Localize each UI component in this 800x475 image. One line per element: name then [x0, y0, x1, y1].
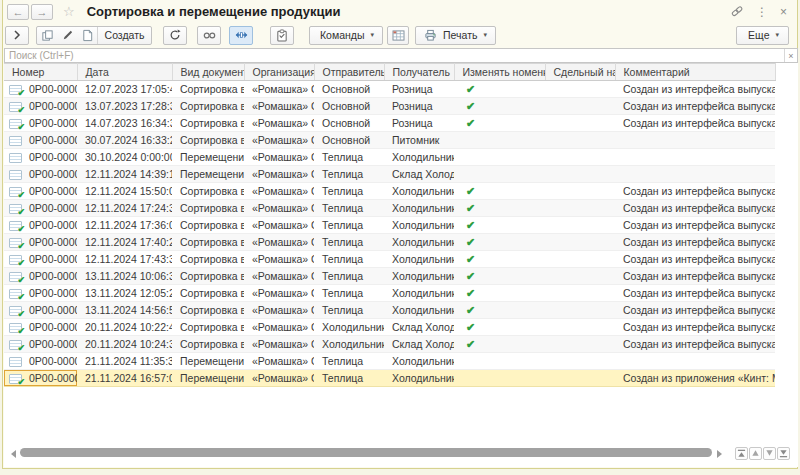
chevron-down-icon: ▾: [483, 31, 487, 39]
toolbar: Создать Команды ▾ Печать ▾ Еще ▾: [3, 24, 797, 46]
document-state-icon: [9, 272, 22, 282]
table-row[interactable]: 0P00-000004 12.11.2024 14:39:13 Перемеще…: [4, 166, 775, 183]
change-nomenclature-check: ✔: [454, 251, 545, 268]
commands-label: Команды: [318, 29, 367, 41]
table-row[interactable]: 0P00-000015 21.11.2024 11:35:30 Перемеще…: [4, 353, 775, 370]
commands-button[interactable]: Команды ▾: [309, 26, 383, 45]
column-header-sender[interactable]: Отправитель: [314, 64, 384, 81]
document-state-icon: [9, 357, 22, 367]
column-header-piecework[interactable]: Сдельный наряд: [545, 64, 615, 81]
change-nomenclature-check: ✔: [454, 302, 545, 319]
column-header-comment[interactable]: Комментарий: [615, 64, 775, 81]
set-period-toggle-button[interactable]: [229, 26, 253, 45]
table-row[interactable]: 0P00-000006 12.11.2024 17:24:36 Сортиров…: [4, 200, 775, 217]
table-header-row: Номер Дата Вид документа Организация Отп…: [4, 64, 775, 81]
column-header-doc-type[interactable]: Вид документа: [172, 64, 244, 81]
document-state-icon: [9, 289, 22, 299]
forward-button[interactable]: →: [31, 4, 53, 20]
change-nomenclature-check: [454, 132, 545, 149]
table-row[interactable]: 0P00-000003 12.07.2023 17:05:45 Сортиров…: [4, 81, 775, 98]
change-nomenclature-check: ✔: [454, 183, 545, 200]
list-navigation: [735, 447, 790, 460]
table-row[interactable]: 0P00-000003 30.10.2024 0:00:00 Перемещен…: [4, 149, 775, 166]
link-icon[interactable]: [730, 5, 744, 19]
favorite-star-icon[interactable]: ☆: [63, 4, 75, 19]
document-state-icon: [9, 323, 22, 333]
copy-button[interactable]: [37, 27, 57, 44]
change-nomenclature-check: ✔: [454, 234, 545, 251]
post-document-button[interactable]: [270, 26, 294, 45]
column-header-date[interactable]: Дата: [77, 64, 172, 81]
document-state-icon: [9, 306, 22, 316]
title-bar: ← → ☆ Сортировка и перемещение продукции…: [3, 0, 797, 23]
create-button[interactable]: Создать: [97, 27, 151, 44]
document-table-body: 0P00-000003 12.07.2023 17:05:45 Сортиров…: [4, 81, 775, 387]
change-nomenclature-check: ✔: [454, 81, 545, 98]
go-last-button[interactable]: [777, 447, 790, 460]
chevron-down-icon: ▾: [371, 31, 375, 39]
table-row[interactable]: 0P00-000001 30.07.2024 16:33:25 Сортиров…: [4, 132, 775, 149]
table-row[interactable]: 0P00-000008 12.11.2024 17:40:23 Сортиров…: [4, 234, 775, 251]
go-first-button[interactable]: [735, 447, 748, 460]
edit-button[interactable]: [57, 27, 77, 44]
table-row[interactable]: 0P00-000005 14.07.2023 16:34:34 Сортиров…: [4, 115, 775, 132]
document-list-area: Номер Дата Вид документа Организация Отп…: [4, 63, 798, 467]
table-row[interactable]: 0P00-000009 12.11.2024 17:43:37 Сортиров…: [4, 251, 775, 268]
column-header-change-nomenclature[interactable]: Изменять номенклатуру: [454, 64, 545, 81]
print-label: Печать: [441, 29, 479, 41]
search-bar: ×: [4, 48, 798, 63]
change-nomenclature-check: ✔: [454, 115, 545, 132]
copy-link-button[interactable]: [197, 26, 221, 45]
table-row[interactable]: 0P00-000010 13.11.2024 10:06:35 Сортиров…: [4, 268, 775, 285]
table-row[interactable]: 0P00-000012 13.11.2024 14:56:55 Сортиров…: [4, 302, 775, 319]
output-list-button[interactable]: [387, 26, 409, 45]
column-header-receiver[interactable]: Получатель: [384, 64, 454, 81]
change-nomenclature-check: [454, 353, 545, 370]
table-row[interactable]: 0P00-000007 12.11.2024 17:36:01 Сортиров…: [4, 217, 775, 234]
table-row[interactable]: 0P00-000013 20.11.2024 10:22:49 Сортиров…: [4, 319, 775, 336]
document-state-icon: [9, 187, 22, 197]
change-nomenclature-check: ✔: [454, 217, 545, 234]
page-title: Сортировка и перемещение продукции: [87, 4, 341, 19]
document-state-icon: [9, 170, 22, 180]
back-button[interactable]: ←: [7, 4, 29, 20]
chevron-down-icon: ▾: [775, 31, 779, 39]
refresh-button[interactable]: [163, 26, 187, 45]
mark-deletion-button[interactable]: [77, 27, 97, 44]
print-button[interactable]: Печать ▾: [415, 26, 496, 45]
expand-panel-button[interactable]: [5, 26, 29, 45]
change-nomenclature-check: ✔: [454, 200, 545, 217]
window-menu-icon[interactable]: ⋮: [756, 6, 768, 18]
change-nomenclature-check: [454, 149, 545, 166]
document-state-icon: [9, 153, 22, 163]
change-nomenclature-check: ✔: [454, 268, 545, 285]
change-nomenclature-check: ✔: [454, 336, 545, 353]
change-nomenclature-check: ✔: [454, 98, 545, 115]
table-row[interactable]: 0P00-000011 13.11.2024 12:05:22 Сортиров…: [4, 285, 775, 302]
document-state-icon: [9, 255, 22, 265]
table-row[interactable]: 0P00-000016 21.11.2024 16:57:00 Перемеще…: [4, 370, 775, 387]
change-nomenclature-check: [454, 370, 545, 387]
search-input[interactable]: [5, 49, 784, 62]
more-button[interactable]: Еще ▾: [736, 26, 789, 45]
document-state-icon: [9, 238, 22, 248]
go-next-button[interactable]: [763, 447, 776, 460]
document-list-window: ← → ☆ Сортировка и перемещение продукции…: [2, 0, 798, 469]
table-row[interactable]: 0P00-000004 13.07.2023 17:28:31 Сортиров…: [4, 98, 775, 115]
scroll-right-icon[interactable]: [717, 450, 722, 458]
column-header-number[interactable]: Номер: [4, 64, 77, 81]
close-icon[interactable]: ×: [780, 6, 787, 18]
scroll-left-icon[interactable]: [11, 450, 16, 458]
go-previous-button[interactable]: [749, 447, 762, 460]
search-clear-icon[interactable]: ×: [784, 49, 797, 62]
document-state-icon: [9, 136, 22, 146]
document-state-icon: [9, 85, 22, 95]
more-label: Еще: [746, 29, 771, 41]
table-row[interactable]: 0P00-000005 12.11.2024 15:50:07 Сортиров…: [4, 183, 775, 200]
document-table: Номер Дата Вид документа Организация Отп…: [4, 63, 776, 387]
document-state-icon: [9, 340, 22, 350]
column-header-organization[interactable]: Организация: [244, 64, 314, 81]
horizontal-scrollbar[interactable]: [20, 448, 712, 457]
table-row[interactable]: 0P00-000014 20.11.2024 10:24:30 Сортиров…: [4, 336, 775, 353]
change-nomenclature-check: ✔: [454, 285, 545, 302]
